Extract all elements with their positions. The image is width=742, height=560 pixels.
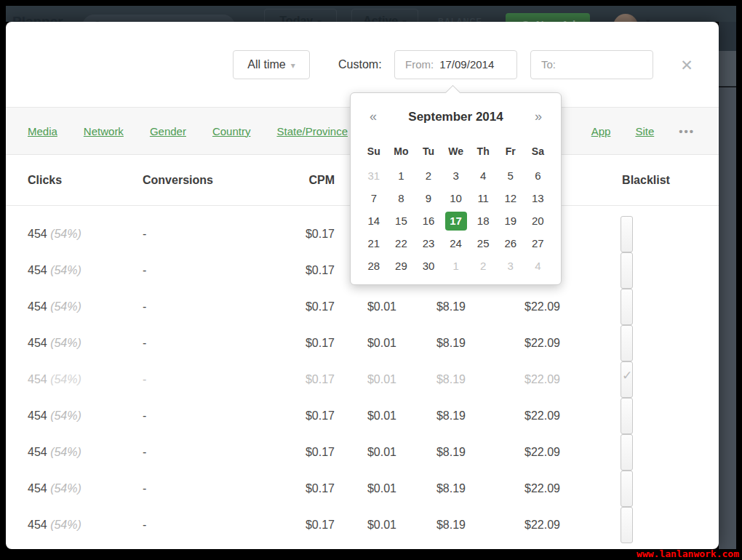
calendar-day[interactable]: 7 <box>360 187 388 209</box>
cell-value: $8.19 <box>371 398 466 434</box>
blacklist-checkbox[interactable] <box>621 507 633 543</box>
filter-tab-state-province[interactable]: State/Province <box>276 125 348 137</box>
blacklist-checkbox[interactable] <box>621 216 633 252</box>
cell-clicks: 454 (54%) <box>28 398 81 434</box>
cell-value: $22.09 <box>466 434 560 471</box>
cell-clicks: 454 (54%) <box>28 507 81 543</box>
blacklist-checkbox[interactable] <box>621 434 633 471</box>
to-date-input[interactable]: To: <box>530 50 653 79</box>
calendar-day[interactable]: 3 <box>442 164 470 187</box>
calendar-day[interactable]: 11 <box>469 187 497 209</box>
more-tabs-button[interactable]: ••• <box>679 125 695 137</box>
calendar-day[interactable]: 1 <box>388 164 415 187</box>
calendar-day[interactable]: 30 <box>415 255 442 277</box>
cell-conversions: - <box>143 216 146 252</box>
table-row: 454 (54%)-$0.17$0.01$8.19$22.09 <box>6 507 719 543</box>
next-month-icon[interactable]: » <box>527 106 549 128</box>
table-row: 454 (54%)-$0.17$0.01$8.19$22.09 <box>6 398 719 434</box>
cell-conversions: - <box>143 252 146 289</box>
filter-tab-country[interactable]: Country <box>212 125 251 137</box>
calendar-day[interactable]: 10 <box>442 187 470 209</box>
cell-clicks: 454 (54%) <box>28 471 81 507</box>
calendar-day[interactable]: 27 <box>524 232 552 255</box>
calendar-day[interactable]: 24 <box>442 232 470 255</box>
calendar-day[interactable]: 23 <box>415 232 442 255</box>
today-dropdown[interactable]: Today▾ <box>264 9 337 22</box>
datepicker-popup: « September 2014 » SuMoTuWeThFrSa 311234… <box>350 92 562 285</box>
brand-logo: Planner <box>12 14 63 22</box>
calendar-day[interactable]: 22 <box>388 232 415 255</box>
blacklist-checkbox[interactable] <box>621 398 633 434</box>
background-page-strip <box>719 51 736 87</box>
cell-clicks-percent: (54%) <box>50 519 81 531</box>
calendar-day[interactable]: 17 <box>442 209 470 232</box>
cell-conversions: - <box>143 471 146 507</box>
cell-value: $22.09 <box>466 507 560 543</box>
column-header-cpm: CPM <box>240 155 335 206</box>
calendar-day[interactable]: 3 <box>497 255 524 277</box>
cell-value: $22.09 <box>466 325 560 361</box>
blacklist-checkbox[interactable] <box>621 289 633 325</box>
calendar-day[interactable]: 2 <box>469 255 497 277</box>
calendar-day[interactable]: 28 <box>360 255 388 277</box>
filter-tab-site[interactable]: Site <box>635 125 654 137</box>
column-header-blacklist: Blacklist <box>599 155 693 206</box>
blacklist-checkbox[interactable] <box>621 252 633 289</box>
calendar-day[interactable]: 29 <box>388 255 415 277</box>
cell-conversions: - <box>143 434 146 471</box>
calendar-day[interactable]: 4 <box>524 255 552 277</box>
cell-value: $22.09 <box>466 398 560 434</box>
calendar-day[interactable]: 19 <box>497 209 524 232</box>
cell-clicks-percent: (54%) <box>50 482 81 495</box>
table-row: 454 (54%)-$0.17$0.01$8.19$22.09 <box>6 471 719 507</box>
search-input[interactable]: Search <box>82 15 235 22</box>
custom-label: Custom: <box>338 50 382 79</box>
cell-value: $8.19 <box>371 361 466 398</box>
cell-clicks: 454 (54%) <box>28 289 81 325</box>
calendar-day[interactable]: 18 <box>469 209 497 232</box>
calendar-day[interactable]: 2 <box>415 164 442 187</box>
calendar-day[interactable]: 13 <box>524 187 552 209</box>
blacklist-checkbox[interactable]: ✓ <box>621 361 633 398</box>
calendar-day[interactable]: 9 <box>415 187 442 209</box>
calendar-weekdays: SuMoTuWeThFrSa <box>360 141 552 161</box>
calendar-day[interactable]: 16 <box>415 209 442 232</box>
calendar-days: 3112345678910111213141516171819202122232… <box>360 164 552 277</box>
cell-clicks: 454 (54%) <box>28 325 81 361</box>
blacklist-checkbox[interactable] <box>621 325 633 361</box>
weekday-label: Fr <box>497 141 524 161</box>
weekday-label: Th <box>469 141 497 161</box>
calendar-day[interactable]: 25 <box>469 232 497 255</box>
filter-tab-gender[interactable]: Gender <box>150 125 186 137</box>
filter-tab-network[interactable]: Network <box>84 125 124 137</box>
calendar-day[interactable]: 26 <box>497 232 524 255</box>
calendar-day[interactable]: 31 <box>360 164 388 187</box>
calendar-day[interactable]: 21 <box>360 232 388 255</box>
calendar-day[interactable]: 1 <box>442 255 470 277</box>
filter-tabs-left: MediaNetworkGenderCountryState/Province <box>28 108 348 154</box>
calendar-day[interactable]: 6 <box>524 164 552 187</box>
table-row: 454 (54%)-$0.17$0.01$8.19$22.09 <box>6 289 719 325</box>
avatar[interactable] <box>613 14 638 22</box>
range-dropdown-button[interactable]: All time▾ <box>233 50 310 79</box>
calendar-day[interactable]: 4 <box>469 164 497 187</box>
filter-tab-app[interactable]: App <box>591 125 611 137</box>
cell-value: $8.19 <box>371 325 466 361</box>
from-prefix: From: <box>405 58 434 71</box>
blacklist-checkbox[interactable] <box>621 471 633 507</box>
weekday-label: We <box>442 141 470 161</box>
calendar-day[interactable]: 8 <box>388 187 415 209</box>
calendar-day[interactable]: 20 <box>524 209 552 232</box>
new-ad-button[interactable]: +New Ad <box>506 13 590 22</box>
active-dropdown[interactable]: Active▾ <box>351 9 418 22</box>
cell-clicks: 454 (54%) <box>28 216 81 252</box>
close-icon[interactable]: ✕ <box>676 55 698 76</box>
filter-tab-media[interactable]: Media <box>28 125 57 137</box>
calendar-day[interactable]: 12 <box>497 187 524 209</box>
calendar-day[interactable]: 15 <box>388 209 415 232</box>
from-date-input[interactable]: From:17/09/2014 <box>394 50 517 79</box>
calendar-day[interactable]: 14 <box>360 209 388 232</box>
to-prefix: To: <box>541 58 556 71</box>
calendar-day[interactable]: 5 <box>497 164 524 187</box>
table-row: 454 (54%)-$0.17$0.01$8.19$22.09✓ <box>6 361 719 398</box>
